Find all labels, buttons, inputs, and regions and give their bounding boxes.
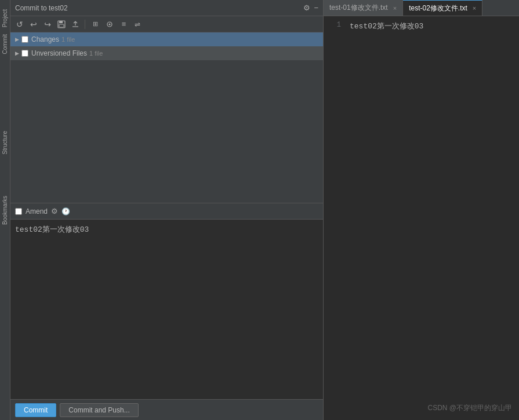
changes-count: 1 file	[61, 36, 75, 43]
unversioned-arrow-icon: ▶	[15, 50, 19, 56]
unversioned-count: 1 file	[89, 50, 103, 57]
file-tree: ▶ Changes 1 file ▶ Unversioned Files 1 f…	[10, 32, 323, 203]
tab-test01-close-icon[interactable]: ×	[393, 5, 397, 12]
header-icons: ⚙ −	[303, 3, 318, 12]
changes-label: Changes	[31, 35, 59, 43]
bottom-bar: Commit Commit and Push...	[10, 399, 323, 420]
line-number-1: 1	[324, 21, 341, 29]
tab-test02[interactable]: test-02修改文件.txt ×	[403, 0, 482, 16]
editor-text: test02第一次修改03	[347, 21, 519, 415]
diff-button[interactable]: ⊞	[89, 19, 101, 30]
right-panel: test-01修改文件.txt × test-02修改文件.txt × 1 te…	[324, 0, 519, 420]
amend-settings-icon[interactable]: ⚙	[51, 207, 58, 216]
sidebar-item-project[interactable]: Project	[1, 6, 9, 31]
panel-header: Commit to test02 ⚙ −	[10, 0, 323, 16]
sidebar-item-bookmarks[interactable]: Bookmarks	[1, 192, 9, 228]
minimize-icon[interactable]: −	[314, 3, 318, 12]
toolbar-separator-1	[85, 20, 85, 29]
svg-point-4	[109, 23, 111, 25]
amend-clock-icon[interactable]: 🕐	[61, 207, 70, 216]
unversioned-section: ▶ Unversioned Files 1 file	[10, 46, 323, 60]
unversioned-section-header[interactable]: ▶ Unversioned Files 1 file	[10, 46, 323, 60]
unversioned-checkbox[interactable]	[21, 50, 28, 57]
tab-test02-label: test-02修改文件.txt	[409, 3, 467, 13]
tab-test01[interactable]: test-01修改文件.txt ×	[324, 0, 403, 16]
expand-button[interactable]: ⇌	[132, 19, 143, 30]
commit-and-push-button[interactable]: Commit and Push...	[60, 403, 138, 417]
commit-message-input[interactable]	[10, 219, 323, 399]
amend-bar: Amend ⚙ 🕐	[10, 203, 323, 219]
toolbar: ↺ ↩ ↩ ⊞	[10, 16, 323, 32]
svg-rect-1	[59, 21, 63, 23]
redo-button[interactable]: ↩	[42, 19, 53, 30]
unversioned-label: Unversioned Files	[31, 49, 87, 57]
editor-content: 1 test02第一次修改03	[324, 16, 519, 420]
changes-checkbox[interactable]	[21, 36, 28, 43]
changes-section-header[interactable]: ▶ Changes 1 file	[10, 32, 323, 46]
svg-rect-2	[59, 24, 64, 27]
settings-icon[interactable]: ⚙	[303, 3, 310, 12]
sidebar-item-structure[interactable]: Structure	[1, 127, 9, 158]
commit-button[interactable]: Commit	[15, 403, 56, 417]
amend-checkbox[interactable]	[15, 208, 22, 215]
tab-test01-label: test-01修改文件.txt	[329, 3, 388, 13]
side-tabs-panel: Project Commit Structure Bookmarks	[0, 0, 10, 420]
sidebar-item-commit[interactable]: Commit	[1, 31, 9, 57]
view-button[interactable]	[104, 19, 115, 30]
tab-test02-close-icon[interactable]: ×	[473, 5, 476, 12]
editor-tabs: test-01修改文件.txt × test-02修改文件.txt ×	[324, 0, 519, 16]
changes-arrow-icon: ▶	[15, 36, 19, 42]
line-numbers: 1	[324, 21, 347, 415]
left-panel: Commit to test02 ⚙ − ↺ ↩ ↩	[10, 0, 324, 420]
amend-label: Amend	[26, 207, 48, 216]
changes-section: ▶ Changes 1 file	[10, 32, 323, 46]
watermark: CSDN @不穿铠甲的穿山甲	[427, 403, 512, 413]
refresh-button[interactable]: ↺	[14, 19, 26, 30]
editor-line-1: test02第一次修改03	[350, 21, 519, 31]
upload-button[interactable]	[70, 19, 81, 30]
sort-button[interactable]: ≡	[118, 19, 129, 30]
panel-title: Commit to test02	[15, 4, 68, 12]
save-button[interactable]	[56, 19, 67, 30]
undo-button[interactable]: ↩	[28, 19, 39, 30]
